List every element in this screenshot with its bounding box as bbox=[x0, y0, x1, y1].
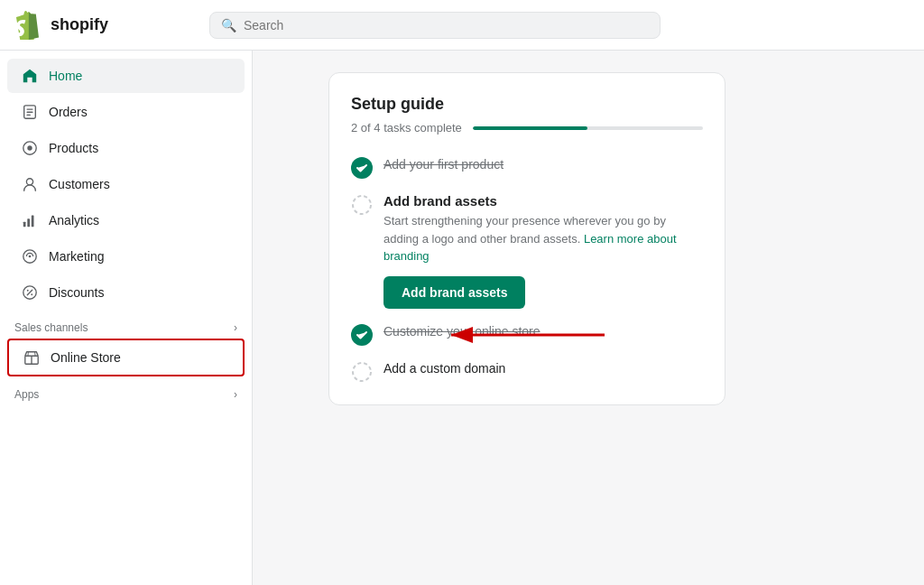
task-item-add-brand[interactable]: Add brand assets Start strengthening you… bbox=[351, 193, 703, 309]
store-icon bbox=[23, 349, 40, 366]
analytics-icon bbox=[22, 212, 38, 228]
sidebar: Home Orders Products bbox=[0, 51, 253, 585]
sidebar-item-customers[interactable]: Customers bbox=[7, 167, 245, 201]
svg-rect-2 bbox=[26, 112, 32, 113]
apps-chevron-icon: › bbox=[234, 388, 237, 401]
sidebar-item-analytics[interactable]: Analytics bbox=[7, 203, 245, 237]
task-item-add-product[interactable]: Add your first product bbox=[351, 156, 703, 179]
task-title-add-product: Add your first product bbox=[383, 156, 504, 172]
progress-bar-bg bbox=[473, 126, 703, 130]
orders-icon bbox=[22, 104, 38, 120]
sidebar-item-home-label: Home bbox=[49, 69, 82, 83]
add-brand-assets-button[interactable]: Add brand assets bbox=[383, 276, 525, 309]
task-title-custom-domain: Add a custom domain bbox=[383, 360, 505, 376]
setup-guide-card: Setup guide 2 of 4 tasks complete Add yo… bbox=[328, 72, 725, 405]
marketing-icon bbox=[22, 248, 38, 265]
task-pending-icon-2 bbox=[351, 361, 373, 383]
customers-icon bbox=[22, 176, 38, 192]
progress-row: 2 of 4 tasks complete bbox=[351, 121, 703, 135]
progress-bar-fill bbox=[473, 126, 588, 130]
sidebar-item-discounts-label: Discounts bbox=[49, 285, 104, 300]
sidebar-item-marketing[interactable]: Marketing bbox=[7, 239, 245, 274]
svg-rect-9 bbox=[32, 216, 34, 228]
discounts-icon bbox=[22, 284, 38, 301]
search-bar[interactable]: 🔍 bbox=[209, 12, 661, 39]
search-input[interactable] bbox=[244, 18, 649, 32]
logo-area: shopify bbox=[14, 11, 195, 40]
svg-point-5 bbox=[27, 145, 32, 150]
task-label-add-brand: Add brand assets bbox=[383, 193, 703, 209]
task-label-custom-domain: Add a custom domain bbox=[383, 361, 505, 376]
svg-rect-3 bbox=[26, 115, 31, 116]
sales-channels-chevron-icon: › bbox=[234, 321, 237, 334]
setup-guide-title: Setup guide bbox=[351, 95, 703, 114]
svg-point-16 bbox=[31, 293, 32, 295]
sidebar-item-products-label: Products bbox=[49, 141, 98, 155]
sidebar-item-customers-label: Customers bbox=[49, 177, 110, 191]
home-icon bbox=[22, 68, 38, 84]
products-icon bbox=[22, 140, 38, 156]
task-completed-icon bbox=[351, 157, 373, 179]
sidebar-item-home[interactable]: Home bbox=[7, 59, 245, 93]
svg-rect-1 bbox=[26, 108, 32, 109]
svg-point-12 bbox=[29, 255, 32, 258]
svg-point-23 bbox=[353, 363, 371, 381]
task-desc-add-brand: Start strengthening your presence wherev… bbox=[383, 212, 703, 265]
apps-section: Apps › bbox=[0, 377, 252, 404]
task-item-customize-store[interactable]: Customize your online store bbox=[351, 323, 703, 346]
sidebar-item-products[interactable]: Products bbox=[7, 131, 245, 165]
svg-rect-7 bbox=[23, 222, 26, 227]
sidebar-item-discounts[interactable]: Discounts bbox=[7, 275, 245, 310]
main-content: Setup guide 2 of 4 tasks complete Add yo… bbox=[253, 51, 924, 585]
task-item-custom-domain[interactable]: Add a custom domain bbox=[351, 360, 703, 383]
sidebar-item-online-store-label: Online Store bbox=[51, 350, 121, 365]
sidebar-item-online-store[interactable]: Online Store bbox=[7, 339, 245, 376]
progress-text: 2 of 4 tasks complete bbox=[351, 121, 462, 135]
task-pending-icon bbox=[351, 194, 373, 216]
sidebar-item-analytics-label: Analytics bbox=[49, 213, 99, 228]
sidebar-item-marketing-label: Marketing bbox=[49, 249, 104, 264]
svg-point-21 bbox=[353, 196, 371, 214]
logo-text: shopify bbox=[51, 15, 108, 34]
shopify-logo-icon bbox=[14, 11, 43, 40]
apps-label: Apps bbox=[14, 388, 39, 401]
task-content-add-brand: Add brand assets Start strengthening you… bbox=[383, 193, 703, 309]
task-completed-icon-2 bbox=[351, 324, 373, 346]
main-layout: Home Orders Products bbox=[0, 51, 924, 585]
svg-point-15 bbox=[27, 290, 29, 292]
topbar: shopify 🔍 bbox=[0, 0, 924, 51]
task-list: Add your first product Add brand assets … bbox=[351, 156, 703, 383]
sales-channels-section: Sales channels › bbox=[0, 311, 252, 338]
task-label-customize-store: Customize your online store bbox=[383, 324, 541, 339]
svg-rect-8 bbox=[27, 218, 30, 227]
task-label-add-product: Add your first product bbox=[383, 157, 504, 172]
svg-point-6 bbox=[26, 179, 32, 185]
search-icon: 🔍 bbox=[221, 18, 236, 32]
task-title-customize-store: Customize your online store bbox=[383, 323, 541, 339]
sidebar-item-orders-label: Orders bbox=[49, 105, 88, 119]
sidebar-item-orders[interactable]: Orders bbox=[7, 95, 245, 129]
sales-channels-label: Sales channels bbox=[14, 321, 88, 334]
